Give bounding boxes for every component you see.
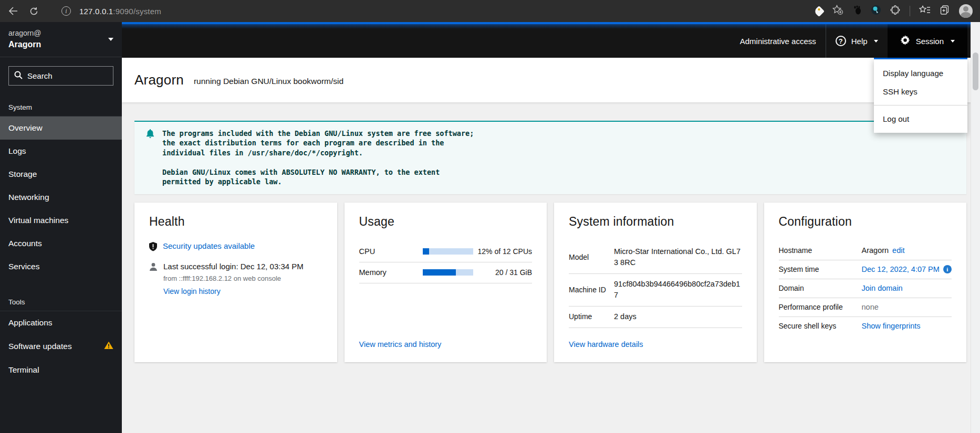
- performance-profile-row: Performance profile none: [779, 298, 952, 317]
- extensions-puzzle-icon[interactable]: [890, 5, 901, 17]
- host-user-label: aragorn@: [8, 28, 108, 38]
- favorites-bar-icon[interactable]: [919, 5, 931, 17]
- memory-progress-bar: [423, 269, 473, 276]
- secure-shell-keys-row: Secure shell keys Show fingerprints: [779, 317, 952, 335]
- search-input[interactable]: [27, 71, 108, 80]
- usage-card: Usage CPU 12% of 12 CPUs Memory 20 / 31 …: [345, 203, 547, 362]
- host-name-label: Aragorn: [8, 38, 108, 50]
- uptime-row: Uptime 2 days: [569, 307, 742, 328]
- address-bar[interactable]: 127.0.0.1:9090/system: [79, 7, 161, 16]
- info-icon[interactable]: i: [943, 265, 952, 273]
- browser-toolbar: i 127.0.0.1:9090/system: [0, 0, 980, 22]
- site-info-icon[interactable]: i: [61, 6, 71, 16]
- cpu-value: 12% of 12 CPUs: [473, 247, 532, 256]
- sidebar-item-networking[interactable]: Networking: [0, 186, 122, 209]
- system-time-link[interactable]: Dec 12, 2022, 4:07 PM: [862, 265, 940, 273]
- host-selector[interactable]: aragorn@ Aragorn: [0, 22, 122, 57]
- system-information-card: System information Model Micro-Star Inte…: [554, 203, 757, 362]
- uptime-value: 2 days: [614, 311, 742, 322]
- help-menu-button[interactable]: ? Help: [826, 24, 888, 58]
- nav-section-system: System: [0, 99, 122, 116]
- bell-icon: [145, 129, 155, 141]
- chevron-down-icon: [874, 40, 878, 43]
- menu-item-display-language[interactable]: Display language: [874, 64, 967, 82]
- menu-item-ssh-keys[interactable]: SSH keys: [874, 82, 967, 101]
- administrative-access-button[interactable]: Administrative access: [731, 24, 826, 58]
- page-subtitle: running Debian GNU/Linux bookworm/sid: [194, 74, 343, 86]
- sidebar-item-logs[interactable]: Logs: [0, 140, 122, 163]
- page-scrollbar[interactable]: [971, 22, 980, 433]
- last-login-text: Last successful login: Dec 12, 03:34 PM: [163, 262, 304, 271]
- browser-profile-avatar[interactable]: [959, 4, 973, 18]
- help-icon: ?: [836, 36, 846, 46]
- usage-card-title: Usage: [359, 215, 533, 229]
- menu-divider: [874, 105, 967, 105]
- view-metrics-link[interactable]: View metrics and history: [359, 340, 533, 348]
- memory-label: Memory: [359, 268, 423, 277]
- sidebar-item-overview[interactable]: Overview: [0, 117, 122, 140]
- cpu-progress-bar: [423, 248, 473, 255]
- machine-id-value: 91cf804b3b94466496b80cf2a73deb17: [614, 279, 742, 301]
- toolbar-divider: [910, 6, 910, 16]
- shield-warning-icon: [149, 241, 157, 254]
- collections-icon[interactable]: [940, 5, 950, 17]
- motd-alert: The programs included with the Debian GN…: [134, 121, 966, 194]
- chevron-down-icon: [951, 40, 955, 43]
- security-updates-link[interactable]: Security updates available: [163, 241, 255, 254]
- masthead: Administrative access ? Help Session: [122, 24, 980, 58]
- health-card: Health Security updates available Last s…: [134, 203, 337, 362]
- view-login-history-link[interactable]: View login history: [163, 287, 221, 295]
- configuration-card: Configuration Hostname Aragornedit Syste…: [764, 203, 967, 362]
- sidebar-item-software-updates[interactable]: Software updates: [0, 334, 122, 358]
- menu-item-log-out[interactable]: Log out: [874, 110, 967, 128]
- page-header: Aragorn running Debian GNU/Linux bookwor…: [122, 58, 980, 102]
- cpu-label: CPU: [359, 247, 423, 256]
- page-title: Aragorn: [134, 72, 184, 88]
- edit-hostname-link[interactable]: edit: [892, 246, 904, 255]
- add-favorite-icon[interactable]: [832, 5, 843, 17]
- domain-row: Domain Join domain: [779, 279, 952, 298]
- overview-content: The programs included with the Debian GN…: [122, 102, 980, 433]
- refresh-icon[interactable]: [29, 7, 38, 16]
- browser-extension-icon[interactable]: [871, 5, 881, 17]
- health-card-title: Health: [149, 215, 322, 229]
- hostname-value: Aragorn: [862, 246, 889, 255]
- warning-triangle-icon: [104, 341, 113, 352]
- nav-section-tools: Tools: [0, 294, 122, 311]
- user-icon: [149, 262, 158, 296]
- memory-value: 20 / 31 GiB: [473, 268, 532, 277]
- sidebar-item-services[interactable]: Services: [0, 255, 122, 278]
- sidebar-item-virtual-machines[interactable]: Virtual machines: [0, 209, 122, 232]
- model-row: Model Micro-Star International Co., Ltd.…: [569, 241, 742, 274]
- sidebar: aragorn@ Aragorn System Overview Logs St…: [0, 22, 122, 433]
- machine-id-row: Machine ID 91cf804b3b94466496b80cf2a73de…: [569, 274, 742, 307]
- system-information-title: System information: [569, 215, 742, 229]
- join-domain-link[interactable]: Join domain: [862, 284, 903, 292]
- back-icon[interactable]: [8, 7, 18, 15]
- gear-icon: [900, 35, 910, 47]
- gnome-extension-icon[interactable]: [852, 5, 862, 17]
- sidebar-item-applications[interactable]: Applications: [0, 311, 122, 334]
- sidebar-item-storage[interactable]: Storage: [0, 163, 122, 186]
- search-icon: [14, 71, 23, 81]
- performance-profile-value: none: [862, 303, 879, 311]
- show-fingerprints-link[interactable]: Show fingerprints: [862, 322, 921, 330]
- sidebar-item-accounts[interactable]: Accounts: [0, 232, 122, 255]
- model-value: Micro-Star International Co., Ltd. GL73 …: [614, 246, 742, 268]
- sidebar-nav: System Overview Logs Storage Networking …: [0, 93, 122, 382]
- scrollbar-thumb[interactable]: [973, 52, 978, 90]
- system-time-row: System time Dec 12, 2022, 4:07 PMi: [779, 260, 952, 279]
- session-menu-button[interactable]: Session: [888, 24, 967, 58]
- memory-usage-row: Memory 20 / 31 GiB: [359, 262, 533, 283]
- session-dropdown-menu: Display language SSH keys Log out: [874, 58, 967, 133]
- hostname-row: Hostname Aragornedit: [779, 241, 952, 260]
- sidebar-item-terminal[interactable]: Terminal: [0, 358, 122, 382]
- chevron-down-icon: [108, 38, 113, 41]
- last-login-detail: from ::ffff:192.168.2.12 on web console: [163, 274, 304, 282]
- configuration-title: Configuration: [779, 215, 952, 229]
- sidebar-search[interactable]: [8, 66, 113, 86]
- tag-icon[interactable]: [814, 5, 825, 16]
- cpu-usage-row: CPU 12% of 12 CPUs: [359, 241, 533, 262]
- view-hardware-details-link[interactable]: View hardware details: [569, 340, 742, 348]
- motd-text: The programs included with the Debian GN…: [162, 129, 957, 187]
